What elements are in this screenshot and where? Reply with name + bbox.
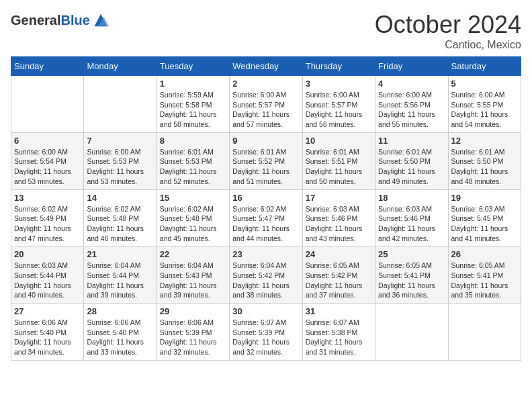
day-info: Sunrise: 6:03 AMSunset: 5:44 PMDaylight:… xyxy=(14,261,81,300)
weekday-header-tuesday: Tuesday xyxy=(157,57,229,76)
day-number: 31 xyxy=(306,306,372,316)
day-info: Sunrise: 6:07 AMSunset: 5:38 PMDaylight:… xyxy=(306,318,372,357)
month-title: October 2024 xyxy=(375,11,521,39)
day-cell: 5Sunrise: 6:00 AMSunset: 5:55 PMDaylight… xyxy=(448,76,521,133)
weekday-header-saturday: Saturday xyxy=(448,57,521,76)
day-number: 8 xyxy=(160,136,226,146)
day-info: Sunrise: 6:02 AMSunset: 5:49 PMDaylight:… xyxy=(14,204,81,244)
day-cell: 10Sunrise: 6:01 AMSunset: 5:51 PMDayligh… xyxy=(302,132,375,189)
day-info: Sunrise: 6:00 AMSunset: 5:57 PMDaylight:… xyxy=(232,90,299,130)
day-number: 10 xyxy=(306,136,372,146)
day-cell: 19Sunrise: 6:03 AMSunset: 5:45 PMDayligh… xyxy=(448,189,521,246)
day-cell: 20Sunrise: 6:03 AMSunset: 5:44 PMDayligh… xyxy=(11,246,84,304)
day-info: Sunrise: 6:00 AMSunset: 5:57 PMDaylight:… xyxy=(306,90,372,130)
day-info: Sunrise: 6:00 AMSunset: 5:54 PMDaylight:… xyxy=(14,147,81,187)
week-row-5: 27Sunrise: 6:06 AMSunset: 5:40 PMDayligh… xyxy=(11,304,521,361)
day-number: 17 xyxy=(306,193,372,203)
weekday-header-wednesday: Wednesday xyxy=(230,57,302,76)
day-cell: 14Sunrise: 6:02 AMSunset: 5:48 PMDayligh… xyxy=(84,189,157,246)
day-cell: 29Sunrise: 6:06 AMSunset: 5:39 PMDayligh… xyxy=(157,304,229,361)
day-info: Sunrise: 6:05 AMSunset: 5:41 PMDaylight:… xyxy=(451,261,518,300)
day-info: Sunrise: 6:00 AMSunset: 5:55 PMDaylight:… xyxy=(451,90,518,130)
day-number: 18 xyxy=(378,193,445,203)
day-cell: 7Sunrise: 6:00 AMSunset: 5:53 PMDaylight… xyxy=(84,132,157,189)
weekday-header-friday: Friday xyxy=(375,57,448,76)
day-number: 12 xyxy=(451,136,518,146)
day-info: Sunrise: 6:01 AMSunset: 5:50 PMDaylight:… xyxy=(451,147,518,187)
day-number: 20 xyxy=(14,249,81,259)
day-info: Sunrise: 6:04 AMSunset: 5:43 PMDaylight:… xyxy=(160,261,226,300)
day-info: Sunrise: 6:02 AMSunset: 5:48 PMDaylight:… xyxy=(160,204,226,244)
day-cell: 4Sunrise: 6:00 AMSunset: 5:56 PMDaylight… xyxy=(375,76,448,133)
day-number: 4 xyxy=(378,79,445,89)
day-cell: 11Sunrise: 6:01 AMSunset: 5:50 PMDayligh… xyxy=(375,132,448,189)
logo-general: GeneralBlue xyxy=(11,13,90,28)
day-number: 14 xyxy=(87,193,153,203)
day-info: Sunrise: 6:06 AMSunset: 5:40 PMDaylight:… xyxy=(87,318,153,357)
day-info: Sunrise: 6:03 AMSunset: 5:45 PMDaylight:… xyxy=(451,204,518,244)
day-cell: 28Sunrise: 6:06 AMSunset: 5:40 PMDayligh… xyxy=(84,304,157,361)
title-section: October 2024 Cantioc, Mexico xyxy=(375,11,521,51)
day-cell: 30Sunrise: 6:07 AMSunset: 5:39 PMDayligh… xyxy=(230,304,302,361)
day-info: Sunrise: 6:01 AMSunset: 5:50 PMDaylight:… xyxy=(378,147,445,187)
day-cell: 25Sunrise: 6:05 AMSunset: 5:41 PMDayligh… xyxy=(375,246,448,304)
day-info: Sunrise: 6:06 AMSunset: 5:39 PMDaylight:… xyxy=(160,318,226,357)
weekday-header-sunday: Sunday xyxy=(11,57,84,76)
day-info: Sunrise: 6:07 AMSunset: 5:39 PMDaylight:… xyxy=(232,318,299,357)
day-info: Sunrise: 6:04 AMSunset: 5:42 PMDaylight:… xyxy=(232,261,299,300)
day-cell: 1Sunrise: 5:59 AMSunset: 5:58 PMDaylight… xyxy=(157,76,229,133)
day-cell: 31Sunrise: 6:07 AMSunset: 5:38 PMDayligh… xyxy=(302,304,375,361)
day-cell: 16Sunrise: 6:02 AMSunset: 5:47 PMDayligh… xyxy=(230,189,302,246)
day-cell: 15Sunrise: 6:02 AMSunset: 5:48 PMDayligh… xyxy=(157,189,229,246)
day-cell: 6Sunrise: 6:00 AMSunset: 5:54 PMDaylight… xyxy=(11,132,84,189)
day-number: 7 xyxy=(87,136,153,146)
day-cell: 2Sunrise: 6:00 AMSunset: 5:57 PMDaylight… xyxy=(230,76,302,133)
day-info: Sunrise: 6:01 AMSunset: 5:53 PMDaylight:… xyxy=(160,147,226,187)
day-number: 26 xyxy=(451,249,518,259)
week-row-1: 1Sunrise: 5:59 AMSunset: 5:58 PMDaylight… xyxy=(11,76,521,133)
day-number: 11 xyxy=(378,136,445,146)
page-header: GeneralBlue October 2024 Cantioc, Mexico xyxy=(11,11,521,51)
day-number: 19 xyxy=(451,193,518,203)
day-info: Sunrise: 6:01 AMSunset: 5:52 PMDaylight:… xyxy=(232,147,299,187)
day-number: 2 xyxy=(232,79,299,89)
day-number: 16 xyxy=(232,193,299,203)
day-cell xyxy=(375,304,448,361)
day-number: 24 xyxy=(306,249,372,259)
day-number: 25 xyxy=(378,249,445,259)
day-number: 23 xyxy=(232,249,299,259)
weekday-header-thursday: Thursday xyxy=(302,57,375,76)
day-cell: 27Sunrise: 6:06 AMSunset: 5:40 PMDayligh… xyxy=(11,304,84,361)
day-cell: 24Sunrise: 6:05 AMSunset: 5:42 PMDayligh… xyxy=(302,246,375,304)
calendar-table: SundayMondayTuesdayWednesdayThursdayFrid… xyxy=(11,56,521,361)
day-number: 30 xyxy=(232,306,299,316)
day-cell: 26Sunrise: 6:05 AMSunset: 5:41 PMDayligh… xyxy=(448,246,521,304)
day-cell: 12Sunrise: 6:01 AMSunset: 5:50 PMDayligh… xyxy=(448,132,521,189)
day-number: 9 xyxy=(232,136,299,146)
day-cell: 9Sunrise: 6:01 AMSunset: 5:52 PMDaylight… xyxy=(230,132,302,189)
day-info: Sunrise: 6:04 AMSunset: 5:44 PMDaylight:… xyxy=(87,261,153,300)
day-cell: 3Sunrise: 6:00 AMSunset: 5:57 PMDaylight… xyxy=(302,76,375,133)
location: Cantioc, Mexico xyxy=(375,39,521,51)
day-cell: 23Sunrise: 6:04 AMSunset: 5:42 PMDayligh… xyxy=(230,246,302,304)
day-cell xyxy=(448,304,521,361)
day-number: 27 xyxy=(14,306,81,316)
weekday-header-monday: Monday xyxy=(84,57,157,76)
logo-icon xyxy=(91,11,110,30)
week-row-4: 20Sunrise: 6:03 AMSunset: 5:44 PMDayligh… xyxy=(11,246,521,304)
day-cell xyxy=(84,76,157,133)
day-info: Sunrise: 6:05 AMSunset: 5:42 PMDaylight:… xyxy=(306,261,372,300)
day-info: Sunrise: 6:02 AMSunset: 5:47 PMDaylight:… xyxy=(232,204,299,244)
day-number: 3 xyxy=(306,79,372,89)
day-number: 21 xyxy=(87,249,153,259)
day-number: 22 xyxy=(160,249,226,259)
day-cell: 17Sunrise: 6:03 AMSunset: 5:46 PMDayligh… xyxy=(302,189,375,246)
week-row-3: 13Sunrise: 6:02 AMSunset: 5:49 PMDayligh… xyxy=(11,189,521,246)
day-info: Sunrise: 6:03 AMSunset: 5:46 PMDaylight:… xyxy=(306,204,372,244)
day-number: 15 xyxy=(160,193,226,203)
day-number: 5 xyxy=(451,79,518,89)
day-number: 28 xyxy=(87,306,153,316)
logo: GeneralBlue xyxy=(11,11,110,30)
day-number: 29 xyxy=(160,306,226,316)
day-number: 6 xyxy=(14,136,81,146)
